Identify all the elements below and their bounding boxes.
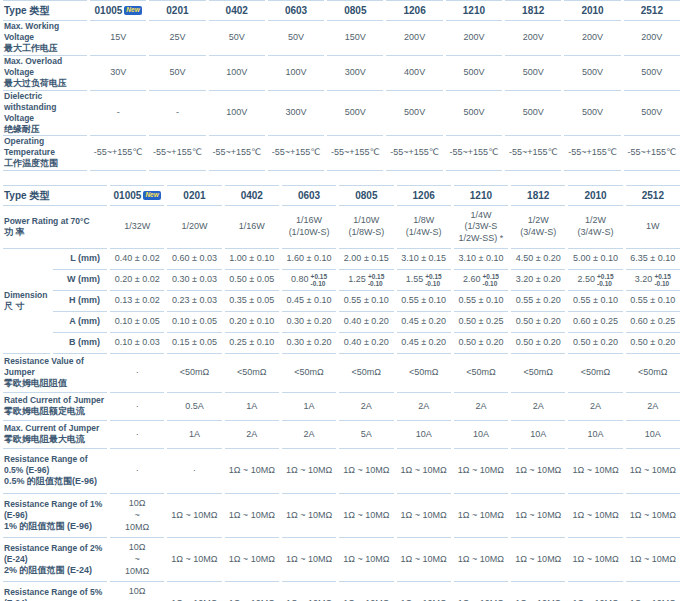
spec-cell-2010: 200V — [564, 21, 620, 56]
spec-cell-1812: 500V — [505, 91, 561, 137]
table-row-resistance-range-of-2-e-24: Resistance Range of 2% (E-24)2% 的阻值范围 (E… — [3, 538, 680, 582]
dimension-sublabel-h-mm: H (mm) — [53, 291, 107, 312]
row-label-zh: 1% 的阻值范围 (E-96) — [4, 521, 107, 533]
spec-cell-0402: 1Ω ~ 10MΩ — [225, 494, 279, 538]
asymmetric-tolerance: +0.15-0.10 — [368, 273, 384, 287]
row-label-max-working-voltage: Max. Working Voltage最大工作电压 — [3, 21, 87, 56]
row-label-en: Dielectric withstanding Voltage — [4, 91, 87, 124]
asymmetric-tolerance: +0.15-0.10 — [482, 273, 498, 287]
spec-cell-2010: <50mΩ — [568, 354, 622, 393]
dimension-sublabel-w-mm: W (mm) — [53, 270, 107, 291]
dimension-cell-01005: 0.40 ± 0.02 — [110, 249, 164, 270]
spec-cell-1210: <50mΩ — [454, 354, 508, 393]
spec-cell-2010: 1/2W (3/4W-S) — [568, 206, 622, 249]
spec-cell-0603: 1Ω ~ 10MΩ — [282, 582, 336, 601]
dimension-cell-0201: 0.30 ± 0.03 — [167, 270, 221, 291]
column-header-1210: 1210 — [446, 0, 502, 21]
dimension-cell-1210: 0.50 ± 0.20 — [454, 333, 508, 354]
dimension-cell-0805: 0.40 ± 0.20 — [339, 312, 393, 333]
spec-cell-1812: 1Ω ~ 10MΩ — [511, 538, 565, 582]
table-row-max-current-of-jumper: Max. Current of Jumper零欧姆电阻最大电流·1A2A2A5A… — [3, 421, 680, 449]
spec-cell-1206: 1Ω ~ 10MΩ — [397, 494, 451, 538]
dimension-cell-1210: 0.50 ± 0.25 — [454, 312, 508, 333]
row-label-operating-temperature: Operating Temperature工作温度范围 — [3, 136, 87, 171]
spec-cell-0603: 1/16W (1/10W-S) — [282, 206, 336, 249]
column-header-0603: 0603 — [282, 185, 336, 206]
spec-cell-1812: <50mΩ — [511, 354, 565, 393]
spec-cell-0201: 50V — [149, 56, 205, 91]
value-with-tolerance: 1.55+0.15-0.10 — [406, 273, 442, 287]
spec-cell-01005: - — [90, 91, 146, 137]
column-header-1206: 1206 — [397, 185, 451, 206]
dimension-cell-01005: 0.10 ± 0.03 — [110, 333, 164, 354]
row-label-en: Max. Working Voltage — [4, 21, 87, 43]
table-row-resistance-range-of-0-5-e-96: Resistance Range of 0.5% (E-96)0.5% 的阻值范… — [3, 449, 680, 494]
spec-cell-1812: 1Ω ~ 10MΩ — [511, 582, 565, 601]
dimension-cell-0402: 0.25 ± 0.10 — [225, 333, 279, 354]
spec-cell-2512: 500V — [624, 56, 680, 91]
column-header-1210: 1210 — [454, 185, 508, 206]
column-header-1812: 1812 — [511, 185, 565, 206]
row-label-zh: 零欧姆电阻最大电流 — [4, 434, 107, 446]
dimension-sublabel-b-mm: B (mm) — [53, 333, 107, 354]
spec-cell-0402: 2A — [225, 421, 279, 449]
table-row-resistance-range-of-1-e-96: Resistance Range of 1% (E-96)1% 的阻值范围 (E… — [3, 494, 680, 538]
spec-cell-1206: <50mΩ — [397, 354, 451, 393]
spec-cell-01005: · — [110, 449, 164, 494]
spec-cell-1206: 1Ω ~ 10MΩ — [397, 538, 451, 582]
spec-cell-01005: 10Ω ~ 10MΩ — [110, 582, 164, 601]
column-header-0805: 0805 — [327, 0, 383, 21]
dimension-cell-0603: 1.60 ± 0.10 — [282, 249, 336, 270]
dimension-cell-01005: 0.20 ± 0.02 — [110, 270, 164, 291]
asymmetric-tolerance: +0.15-0.10 — [425, 273, 441, 287]
spec-cell-0603: <50mΩ — [282, 354, 336, 393]
new-badge: New — [143, 191, 160, 200]
spec-cell-1210: 1Ω ~ 10MΩ — [454, 494, 508, 538]
column-header-01005: 01005New — [110, 185, 164, 206]
dimension-cell-0402: 0.50 ± 0.05 — [225, 270, 279, 291]
value-with-tolerance: 3.20+0.15-0.10 — [635, 273, 671, 287]
dimension-row-l-mm: Dimension尺 寸L (mm)0.40 ± 0.020.60 ± 0.03… — [3, 249, 680, 270]
dimension-cell-1210: 3.10 ± 0.10 — [454, 249, 508, 270]
dimension-cell-0805: 0.55 ± 0.10 — [339, 291, 393, 312]
spec-cell-0201: · — [167, 449, 221, 494]
spec-cell-0805: 150V — [327, 21, 383, 56]
spec-cell-1206: 10A — [397, 421, 451, 449]
spec-cell-0603: 1Ω ~ 10MΩ — [282, 449, 336, 494]
spec-cell-01005: 1/32W — [110, 206, 164, 249]
spec-cell-1812: 10A — [511, 421, 565, 449]
spec-cell-2010: 1Ω ~ 10MΩ — [568, 538, 622, 582]
spec-cell-01005: · — [110, 354, 164, 393]
row-label-zh: 0.5% 的阻值范围(E-96) — [4, 476, 107, 488]
spec-cell-01005: 15V — [90, 21, 146, 56]
spec-cell-2512: 1W — [626, 206, 680, 249]
column-header-0603: 0603 — [268, 0, 324, 21]
spec-cell-1206: 500V — [386, 91, 442, 137]
spec-cell-0402: 1Ω ~ 10MΩ — [225, 449, 279, 494]
column-header-0201: 0201 — [149, 0, 205, 21]
dimension-sublabel-l-mm: L (mm) — [53, 249, 107, 270]
spec-cell-01005: 30V — [90, 56, 146, 91]
spec-cell-0603: 1Ω ~ 10MΩ — [282, 538, 336, 582]
spec-cell-0603: 1A — [282, 393, 336, 421]
spec-cell-0603: 2A — [282, 421, 336, 449]
row-label-rated-current-of-jumper: Rated Current of Jumper零欧姆电阻额定电流 — [3, 393, 107, 421]
spec-cell-2010: 500V — [564, 91, 620, 137]
spec-cell-0603: -55~+155℃ — [268, 136, 324, 171]
spec-cell-2512: 1Ω ~ 10MΩ — [626, 449, 680, 494]
header-row: Type 类型01005New0201040206030805120612101… — [3, 0, 680, 21]
row-label-en: Max. Current of Jumper — [4, 423, 107, 434]
row-label-en: Resistance Range of 1% (E-96) — [4, 499, 107, 521]
dimension-cell-0201: 0.10 ± 0.05 — [167, 312, 221, 333]
table-row-max-overload-voltage: Max. Overload Voltage最大过负荷电压30V50V100V10… — [3, 56, 680, 91]
dimension-cell-0805: 2.00 ± 0.15 — [339, 249, 393, 270]
dimension-sublabel-a-mm: A (mm) — [53, 312, 107, 333]
column-header-2512: 2512 — [626, 185, 680, 206]
spec-cell-0201: 1Ω ~ 10MΩ — [167, 582, 221, 601]
dimension-cell-0402: 0.20 ± 0.10 — [225, 312, 279, 333]
spec-cell-2512: 10A — [626, 421, 680, 449]
spec-cell-1210: -55~+155℃ — [446, 136, 502, 171]
row-label-en: Operating Temperature — [4, 136, 87, 158]
spec-cell-2512: 1Ω ~ 10MΩ — [626, 538, 680, 582]
spec-cell-01005: · — [110, 421, 164, 449]
